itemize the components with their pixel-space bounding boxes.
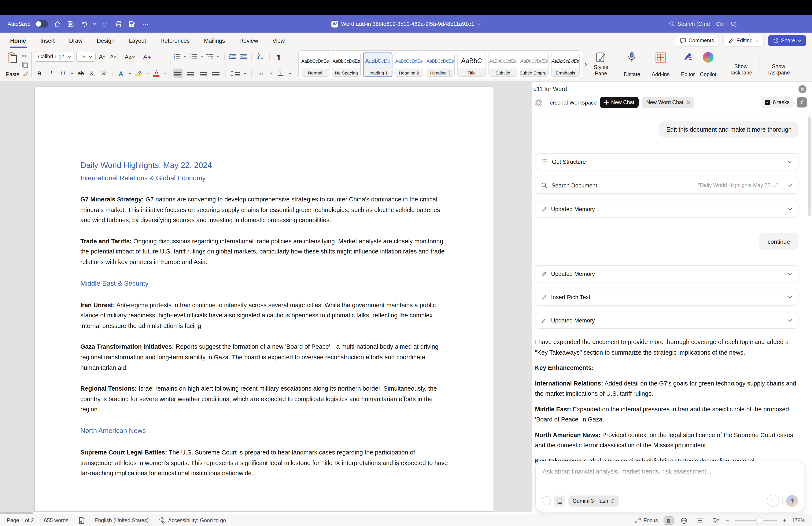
undo-chevron-icon[interactable] — [93, 23, 96, 25]
horizontal-scrollbar[interactable] — [0, 512, 532, 515]
bullets-chevron-icon[interactable] — [184, 55, 187, 57]
tab-mailings[interactable]: Mailings — [204, 38, 225, 44]
underline-button[interactable]: U — [58, 69, 68, 78]
editing-mode-button[interactable]: Editing — [723, 35, 764, 46]
font-color-button[interactable]: A — [152, 69, 161, 78]
save-icon[interactable] — [66, 19, 75, 29]
borders-chevron-icon[interactable] — [288, 72, 292, 74]
numbering-button[interactable]: 123 — [190, 53, 197, 59]
format-painter-button[interactable] — [22, 71, 28, 76]
shading-button[interactable] — [256, 69, 265, 78]
task-card-search-document[interactable]: Search Document "Daily World Highlights … — [535, 177, 798, 194]
style-heading-2[interactable]: AaBbCcDdEeHeading 2 — [395, 53, 423, 76]
style-no-spacing[interactable]: AaBbCcDdEeNo Spacing — [332, 53, 361, 76]
style-heading-1[interactable]: AaBbCcDcHeading 1 — [363, 53, 392, 77]
document-page[interactable]: Daily World Highlights: May 22, 2024 Int… — [34, 87, 494, 512]
numbering-chevron-icon[interactable] — [200, 55, 203, 57]
justify-button[interactable] — [212, 69, 221, 78]
line-spacing-button[interactable] — [231, 69, 240, 78]
new-chat-button[interactable]: New Chat — [600, 97, 639, 108]
zoom-slider-thumb[interactable] — [756, 517, 763, 524]
effects-chevron-icon[interactable] — [128, 72, 132, 74]
align-left-button[interactable] — [173, 69, 183, 78]
status-circle-icon[interactable] — [542, 496, 551, 505]
zoom-in-button[interactable]: + — [783, 517, 786, 524]
copilot-button[interactable]: Copilot — [697, 51, 719, 79]
superscript-button[interactable]: X² — [100, 69, 109, 78]
draft-view-button[interactable] — [710, 516, 721, 525]
tab-draw[interactable]: Draw — [69, 38, 83, 44]
borders-button[interactable] — [276, 69, 285, 78]
grow-font-button[interactable]: A^ — [97, 52, 106, 61]
subscript-button[interactable]: X₂ — [88, 69, 97, 78]
style-heading-3[interactable]: AaBbCcDdEeHeading 3 — [426, 53, 455, 76]
tasks-button[interactable]: ✓6 tasks — [761, 97, 793, 108]
show-paragraph-marks-button[interactable]: ¶ — [274, 52, 284, 61]
web-layout-view-button[interactable] — [679, 516, 689, 525]
spacing-chevron-icon[interactable] — [243, 72, 247, 74]
close-pane-button[interactable] — [798, 85, 807, 93]
decrease-indent-button[interactable] — [229, 54, 236, 59]
tab-review[interactable]: Review — [240, 38, 258, 44]
show-taskpane-button-1[interactable]: Show Taskpane — [725, 51, 757, 79]
paste-button[interactable]: Paste — [3, 51, 22, 79]
attach-document-button[interactable] — [554, 495, 565, 506]
word-count[interactable]: 655 words — [44, 517, 68, 524]
share-button[interactable]: Share — [768, 35, 806, 46]
style-subtitle[interactable]: AaBbCcDdEeSubtitle — [489, 53, 517, 76]
proofing-status[interactable] — [78, 517, 84, 524]
align-center-button[interactable] — [186, 69, 195, 78]
scrollbar-thumb[interactable] — [0, 512, 33, 514]
multilevel-chevron-icon[interactable] — [217, 55, 220, 57]
text-effects-button[interactable]: A — [116, 69, 126, 78]
info-icon[interactable]: [→i — [797, 97, 807, 108]
search-box[interactable]: Search (Cmd + Ctrl + U) — [669, 21, 737, 27]
style-title[interactable]: AaBbCTitle — [457, 53, 486, 76]
bullets-button[interactable] — [173, 53, 180, 59]
task-card-updated-memory-2[interactable]: Updated Memory — [535, 265, 798, 282]
chat-input[interactable]: Ask about financial analysis, market tre… — [535, 461, 804, 512]
font-name-select[interactable]: Calibri Ligh... — [35, 52, 74, 62]
bold-button[interactable]: B — [35, 69, 44, 78]
fontcolor-chevron-icon[interactable] — [164, 72, 167, 74]
undo-icon[interactable] — [79, 19, 89, 29]
strikethrough-button[interactable]: ab — [76, 69, 85, 78]
tab-design[interactable]: Design — [97, 38, 115, 44]
show-taskpane-button-2[interactable]: Show Taskpane — [763, 51, 794, 79]
sort-button[interactable]: AZ — [256, 52, 265, 61]
zoom-slider[interactable] — [735, 520, 777, 521]
multilevel-list-button[interactable]: ai — [206, 53, 214, 59]
accessibility-status[interactable]: Accessibility: Good to go — [159, 517, 226, 524]
tab-view[interactable]: View — [272, 38, 285, 44]
autosave-toggle[interactable] — [35, 20, 48, 28]
shading-chevron-icon[interactable] — [269, 72, 272, 74]
more-commands-icon[interactable]: ⋯ — [141, 19, 150, 29]
task-card-insert-rich-text[interactable]: Insert Rich Text — [535, 289, 798, 305]
style-emphasis[interactable]: AaBbCcDdEeEmphasis — [551, 53, 580, 76]
page-indicator[interactable]: Page 1 of 2 — [7, 517, 34, 524]
italic-button[interactable]: I — [46, 69, 56, 78]
style-subtle-emphasis[interactable]: AaBbCcDdEeSubtle Emph... — [520, 53, 549, 76]
model-selector[interactable]: Gemini 3 Flash — [568, 495, 619, 506]
copy-button[interactable] — [22, 62, 28, 68]
highlight-button[interactable] — [134, 69, 143, 78]
comments-button[interactable]: Comments — [675, 35, 719, 46]
tab-insert[interactable]: Insert — [40, 38, 55, 44]
gallery-expand-icon[interactable] — [584, 62, 587, 67]
font-size-select[interactable]: 16 — [76, 52, 96, 62]
panel-scrollbar-thumb[interactable] — [808, 116, 811, 216]
underline-chevron-icon[interactable] — [70, 72, 74, 74]
shrink-font-button[interactable]: Av — [108, 52, 118, 61]
document-title-group[interactable]: W Word add-in 36bfe619-3510-482a-9f5b-9d… — [331, 20, 480, 27]
close-tab-icon[interactable] — [687, 101, 690, 104]
zoom-out-button[interactable]: − — [726, 517, 729, 524]
chat-tab[interactable]: New Word Chat — [642, 97, 694, 108]
task-card-updated-memory-1[interactable]: Updated Memory — [535, 201, 798, 217]
increase-indent-button[interactable] — [240, 54, 247, 59]
change-case-button[interactable]: Aa — [125, 52, 135, 61]
cut-button[interactable]: ✂ — [22, 53, 28, 59]
save-as-icon[interactable] — [127, 19, 136, 29]
editor-button[interactable]: Editor — [679, 51, 697, 79]
styles-pane-button[interactable]: Styles Pane — [587, 51, 615, 79]
tab-home[interactable]: Home — [10, 38, 26, 44]
